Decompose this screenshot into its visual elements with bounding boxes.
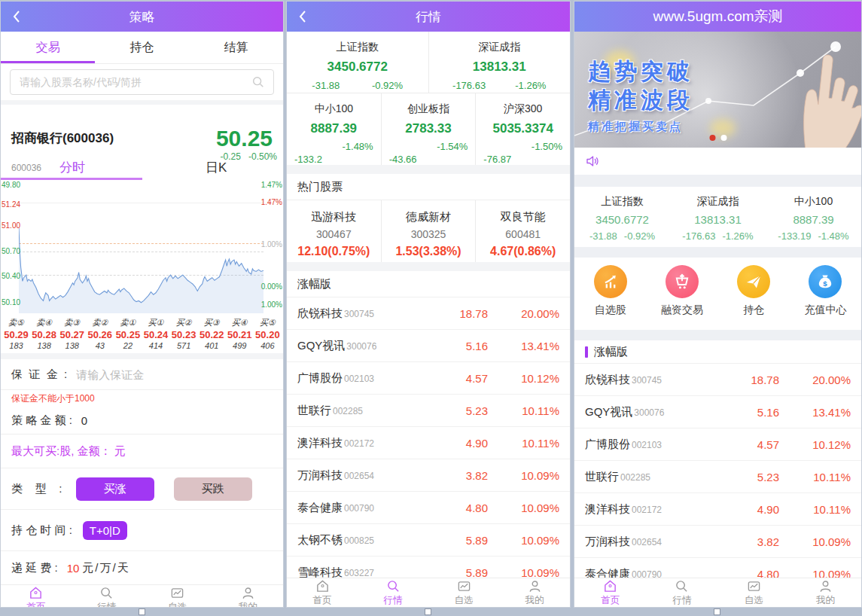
index-value: 8887.39 xyxy=(287,121,381,136)
nav-item-profile[interactable]: 我的 xyxy=(212,585,283,607)
hot-stock-cell[interactable]: 迅游科技 300467 12.10(0.75%) xyxy=(287,200,382,262)
order-level-label: 买⑤ xyxy=(260,317,276,328)
gainer-price: 5.16 xyxy=(431,340,488,352)
order-book-cell: 卖② 50.26 43 xyxy=(86,317,114,352)
gainer-row[interactable]: GQY视讯300076 5.16 13.41% xyxy=(287,330,570,362)
gainer-price: 18.78 xyxy=(723,374,779,386)
gainer-row[interactable]: 欣锐科技300745 18.78 20.00% xyxy=(287,297,570,330)
gainer-row[interactable]: 泰合健康000790 4.80 10.09% xyxy=(287,492,570,524)
shortcut-position[interactable]: 持仓 xyxy=(718,265,790,317)
nav-item-market[interactable]: 行情 xyxy=(72,585,142,607)
divider xyxy=(574,247,861,258)
gainer-row[interactable]: 广博股份002103 4.57 10.12% xyxy=(287,362,570,395)
gainer-row[interactable]: 太钢不锈000825 5.89 10.09% xyxy=(287,524,570,557)
index-card[interactable]: 中小100 8887.39 -133.19-1.48% xyxy=(766,187,861,247)
window-resize-handle[interactable] xyxy=(425,608,431,615)
margin-warning-row: 保证金不能小于1000 xyxy=(1,390,283,407)
gainer-code: 300745 xyxy=(344,309,374,319)
search-icon xyxy=(386,579,401,593)
back-icon[interactable] xyxy=(296,9,311,24)
index-card[interactable]: 深证成指 13813.31 -176.63-1.26% xyxy=(670,187,766,247)
tab-minute-chart[interactable]: 分时 xyxy=(59,159,85,176)
index-card[interactable]: 上证指数 3450.6772 -31.88-0.92% xyxy=(574,187,670,247)
nav-item-home[interactable]: 首页 xyxy=(287,578,358,607)
gainer-title: 太钢不锈000825 xyxy=(297,533,431,547)
gainer-row[interactable]: 广博股份002103 4.57 10.12% xyxy=(574,428,861,461)
defer-fee-unit: 元/万/天 xyxy=(82,561,129,575)
gainer-code: 002285 xyxy=(333,406,363,416)
gainer-pct: 10.09% xyxy=(488,566,559,578)
search-icon xyxy=(251,75,265,89)
home-icon xyxy=(603,579,617,593)
nav-item-home[interactable]: 首页 xyxy=(574,578,646,607)
index-card[interactable]: 深证成指 13813.31 -176.63-1.26% xyxy=(429,32,571,93)
margin-row: 保 证 金 : xyxy=(1,359,283,390)
cart-up-icon xyxy=(666,265,699,298)
hot-stock-cell[interactable]: 德威新材 300325 1.53(3.38%) xyxy=(382,200,477,262)
defer-fee-value: 10 xyxy=(67,562,80,575)
window-resize-handle[interactable] xyxy=(714,608,720,615)
window-resize-handle[interactable] xyxy=(139,608,145,615)
gainer-row[interactable]: 世联行002285 5.23 10.11% xyxy=(287,395,570,427)
gainer-row[interactable]: 雪峰科技603227 5.89 10.09% xyxy=(287,557,570,578)
index-name: 中小100 xyxy=(287,102,381,116)
shortcut-label: 持仓 xyxy=(743,303,764,317)
index-card[interactable]: 创业板指 2783.33 -1.54% -43.66 xyxy=(382,93,477,165)
order-book-cell: 卖③ 50.27 138 xyxy=(58,317,86,352)
index-card[interactable]: 沪深300 5035.3374 -1.50% -76.87 xyxy=(476,93,570,165)
index-card[interactable]: 上证指数 3450.6772 -31.88-0.92% xyxy=(287,32,429,93)
hot-stock-cell[interactable]: 双良节能 600481 4.67(0.86%) xyxy=(476,200,570,262)
amount-value: 0 xyxy=(81,414,87,427)
gainer-name: 世联行 xyxy=(297,404,331,418)
nav-label: 自选 xyxy=(455,594,474,607)
pct-axis-label: 0.00% xyxy=(261,283,282,291)
nav-item-watchlist[interactable]: 自选 xyxy=(718,578,790,607)
gainer-row[interactable]: GQY视讯300076 5.16 13.41% xyxy=(574,396,861,428)
nav-item-home[interactable]: 首页 xyxy=(1,585,72,607)
gainer-row[interactable]: 万润科技002654 3.82 10.09% xyxy=(574,526,861,558)
banner-slogan-1: 趋势突破 xyxy=(588,57,693,86)
shortcut-watchlist[interactable]: 自选股 xyxy=(574,265,646,317)
order-book-cell: 卖① 50.25 22 xyxy=(114,317,142,352)
shortcut-margin-trade[interactable]: 融资交易 xyxy=(646,265,717,317)
amount-row: 策 略 金 额 : 0 xyxy=(1,407,283,435)
buy-up-button[interactable]: 买涨 xyxy=(76,477,154,501)
gainer-row[interactable]: 澳洋科技002172 4.90 10.11% xyxy=(287,427,570,459)
banner-carousel[interactable]: 趋势突破 精准波段 精准把握买卖点 xyxy=(574,32,861,148)
shortcut-recharge[interactable]: $ 充值中心 xyxy=(790,265,861,317)
gainer-row[interactable]: 世联行002285 5.23 10.11% xyxy=(574,461,861,493)
pct-axis-label: 1.47% xyxy=(261,181,282,189)
nav-item-profile[interactable]: 我的 xyxy=(499,578,570,607)
gainer-row[interactable]: 泰合健康000790 4.80 10.09% xyxy=(574,558,861,578)
margin-input[interactable] xyxy=(75,367,273,382)
gainer-row[interactable]: 澳洋科技002172 4.90 10.11% xyxy=(574,493,861,526)
index-change: -76.87 xyxy=(476,154,570,165)
nav-item-market[interactable]: 行情 xyxy=(646,578,717,607)
carousel-dot[interactable] xyxy=(720,135,726,141)
tab-settle[interactable]: 结算 xyxy=(189,32,283,63)
buy-down-button[interactable]: 买跌 xyxy=(174,477,252,501)
y-axis-label: 50.10 xyxy=(2,299,20,306)
nav-item-market[interactable]: 行情 xyxy=(358,578,428,607)
tab-trade[interactable]: 交易 xyxy=(1,32,95,63)
nav-item-watchlist[interactable]: 自选 xyxy=(142,585,213,607)
gainer-pct: 20.00% xyxy=(488,307,559,320)
gainer-title: 广博股份002103 xyxy=(297,371,431,386)
back-icon[interactable] xyxy=(10,9,25,24)
index-change: -176.63 xyxy=(452,80,486,91)
chart-area xyxy=(19,227,263,313)
nav-label: 首页 xyxy=(26,601,45,608)
gainer-row[interactable]: 万润科技002654 3.82 10.09% xyxy=(287,459,570,492)
nav-item-profile[interactable]: 我的 xyxy=(790,578,861,607)
hold-time-chip[interactable]: T+0|D xyxy=(83,521,127,540)
type-row: 类 型 : 买涨 买跌 xyxy=(1,468,283,510)
carousel-dot-active[interactable] xyxy=(709,135,715,141)
divider xyxy=(287,262,570,271)
nav-item-watchlist[interactable]: 自选 xyxy=(428,578,499,607)
index-name: 创业板指 xyxy=(382,102,476,116)
index-card[interactable]: 中小100 8887.39 -1.48% -133.2 xyxy=(287,93,382,165)
gainer-price: 5.23 xyxy=(723,471,779,483)
stock-search-input[interactable] xyxy=(10,69,274,95)
gainer-row[interactable]: 欣锐科技300745 18.78 20.00% xyxy=(574,364,861,396)
tab-position[interactable]: 持仓 xyxy=(95,32,189,63)
